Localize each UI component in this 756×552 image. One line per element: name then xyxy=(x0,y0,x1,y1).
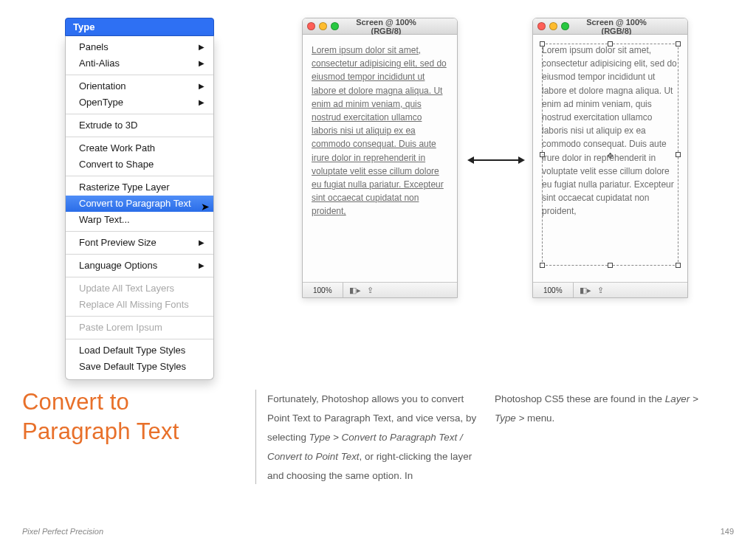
menu-separator xyxy=(66,231,213,232)
menu-item-label: Panels xyxy=(79,41,109,54)
doc-info-icon[interactable]: ◧▸ xyxy=(349,286,361,295)
menu-item-warp-text[interactable]: Warp Text... xyxy=(66,212,213,228)
menu-item-label: Anti-Alias xyxy=(79,57,120,70)
point-text[interactable]: Lorem ipsum dolor sit amet, consectetur … xyxy=(312,44,448,264)
menu-item-rasterize-type-layer[interactable]: Rasterize Type Layer xyxy=(66,179,213,196)
canvas[interactable]: Lorem ipsum dolor sit amet, consectetur … xyxy=(303,35,457,283)
zoom-level[interactable]: 100% xyxy=(533,283,574,297)
menu-item-update-all-text-layers: Update All Text Layers xyxy=(66,280,213,297)
menu-item-label: Convert to Shape xyxy=(79,158,154,171)
submenu-arrow-icon: ▶ xyxy=(199,96,205,109)
export-icon[interactable]: ⇪ xyxy=(367,286,374,295)
close-icon[interactable] xyxy=(307,22,315,30)
menu-item-create-work-path[interactable]: Create Work Path xyxy=(66,140,213,156)
type-menu-body: Panels▶Anti-Alias▶Orientation▶OpenType▶E… xyxy=(65,36,214,380)
menu-separator xyxy=(66,254,213,255)
submenu-arrow-icon: ▶ xyxy=(199,236,205,249)
menu-item-label: Font Preview Size xyxy=(79,236,157,249)
menu-separator xyxy=(66,277,213,277)
close-icon[interactable] xyxy=(537,22,546,30)
article-heading: Convert to Paragraph Text xyxy=(22,387,244,446)
menu-item-convert-to-paragraph-text[interactable]: Convert to Paragraph Text xyxy=(66,196,213,212)
menu-item-paste-lorem-ipsum: Paste Lorem Ipsum xyxy=(66,320,213,336)
menu-item-anti-alias[interactable]: Anti-Alias▶ xyxy=(66,55,213,72)
menu-item-label: Paste Lorem Ipsum xyxy=(79,321,162,334)
statusbar: 100% ◧▸ ⇪ xyxy=(303,283,457,297)
submenu-arrow-icon: ▶ xyxy=(199,41,205,54)
menu-item-save-default-type-styles[interactable]: Save Default Type Styles xyxy=(66,359,213,375)
doc-window-point-text: Screen @ 100% (RGB/8) Lorem ipsum dolor … xyxy=(302,18,458,298)
menu-item-label: Create Work Path xyxy=(79,142,155,155)
titlebar[interactable]: Screen @ 100% (RGB/8) xyxy=(533,18,687,35)
doc-info-icon[interactable]: ◧▸ xyxy=(580,286,591,295)
menu-separator xyxy=(66,339,213,339)
window-title: Screen @ 100% (RGB/8) xyxy=(575,18,683,35)
menu-item-label: Orientation xyxy=(79,80,126,93)
menu-item-font-preview-size[interactable]: Font Preview Size▶ xyxy=(66,235,213,251)
menu-item-language-options[interactable]: Language Options▶ xyxy=(66,258,213,274)
menu-item-extrude-to-3d[interactable]: Extrude to 3D xyxy=(66,117,213,134)
menu-item-panels[interactable]: Panels▶ xyxy=(66,39,213,55)
menu-item-label: Extrude to 3D xyxy=(79,119,138,132)
cursor-icon: ➤ xyxy=(201,201,210,213)
titlebar[interactable]: Screen @ 100% (RGB/8) xyxy=(303,18,457,35)
menu-separator xyxy=(66,316,213,317)
article-column-1: Fortunately, Photoshop allows you to con… xyxy=(267,390,481,486)
export-icon[interactable]: ⇪ xyxy=(597,286,604,295)
menu-item-label: Language Options xyxy=(79,259,157,272)
menu-item-load-default-type-styles[interactable]: Load Default Type Styles xyxy=(66,342,213,359)
type-menu-title[interactable]: Type xyxy=(65,18,214,36)
zoom-level[interactable]: 100% xyxy=(303,283,343,297)
column-divider xyxy=(255,390,256,484)
statusbar: 100% ◧▸ ⇪ xyxy=(533,283,687,297)
submenu-arrow-icon: ▶ xyxy=(199,80,205,93)
menu-item-label: Convert to Paragraph Text xyxy=(79,197,191,210)
menu-item-label: Save Default Type Styles xyxy=(79,360,186,373)
type-menu[interactable]: Type Panels▶Anti-Alias▶Orientation▶OpenT… xyxy=(65,18,214,380)
menu-item-label: Update All Text Layers xyxy=(79,282,174,295)
menu-item-orientation[interactable]: Orientation▶ xyxy=(66,78,213,94)
minimize-icon[interactable] xyxy=(549,22,557,30)
menu-separator xyxy=(66,176,213,176)
convert-arrow-icon xyxy=(467,156,525,164)
menu-separator xyxy=(66,137,213,137)
window-title: Screen @ 100% (RGB/8) xyxy=(345,18,453,35)
menu-item-convert-to-shape[interactable]: Convert to Shape xyxy=(66,156,213,173)
zoom-icon[interactable] xyxy=(331,22,339,30)
zoom-icon[interactable] xyxy=(561,22,569,30)
doc-window-paragraph-text: Screen @ 100% (RGB/8) ✥ Lorem ipsum dolo… xyxy=(532,18,688,298)
article-column-2: Photoshop CS5 these are found in the Lay… xyxy=(495,390,709,428)
paragraph-text[interactable]: Lorem ipsum dolor sit amet, consectetur … xyxy=(542,44,678,264)
canvas[interactable]: ✥ Lorem ipsum dolor sit amet, consectetu… xyxy=(533,35,687,283)
footer-book-title: Pixel Perfect Precision xyxy=(22,527,103,536)
submenu-arrow-icon: ▶ xyxy=(199,259,205,272)
menu-item-label: Warp Text... xyxy=(79,213,130,227)
menu-item-replace-all-missing-fonts: Replace All Missing Fonts xyxy=(66,297,213,313)
submenu-arrow-icon: ▶ xyxy=(199,57,205,70)
menu-item-opentype[interactable]: OpenType▶ xyxy=(66,94,213,111)
menu-item-label: Rasterize Type Layer xyxy=(79,181,170,194)
menu-item-label: Replace All Missing Fonts xyxy=(79,298,189,311)
menu-separator xyxy=(66,75,213,75)
menu-separator xyxy=(66,114,213,114)
menu-item-label: Load Default Type Styles xyxy=(79,344,185,357)
page-number: 149 xyxy=(721,527,734,536)
menu-item-label: OpenType xyxy=(79,96,123,109)
minimize-icon[interactable] xyxy=(319,22,327,30)
